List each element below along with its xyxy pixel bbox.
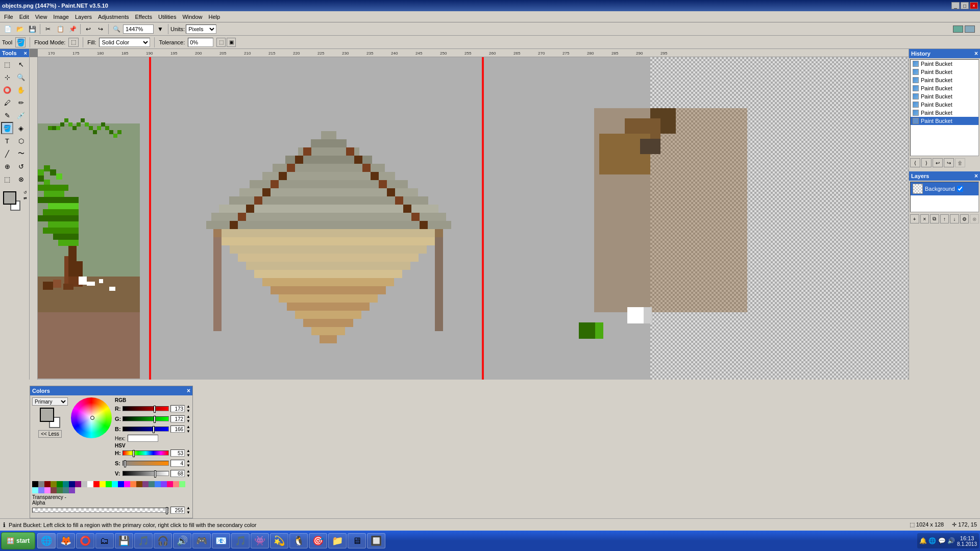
r-inc[interactable]: ▲: [186, 404, 190, 409]
layers-add-btn[interactable]: +: [910, 214, 919, 223]
taskbar-star[interactable]: 💫: [270, 533, 288, 548]
palette-color-18[interactable]: [142, 481, 149, 487]
v-inc[interactable]: ▲: [186, 469, 190, 473]
taskbar-square[interactable]: 🔲: [367, 533, 385, 548]
zoom-dropdown-btn[interactable]: ▼: [155, 23, 166, 35]
save-btn[interactable]: 💾: [27, 23, 38, 35]
cut-btn[interactable]: ✂: [42, 23, 54, 35]
alpha-slider[interactable]: [32, 508, 169, 513]
tool-eraser[interactable]: ✏: [15, 96, 27, 109]
tool-pan[interactable]: ✋: [15, 84, 27, 96]
s-dec[interactable]: ▼: [186, 463, 190, 468]
primary-select[interactable]: Primary Secondary: [32, 397, 68, 406]
palette-color-4[interactable]: [57, 481, 63, 487]
tool-paintbrush[interactable]: 🖊: [1, 96, 13, 109]
tool-lasso[interactable]: ⊹: [1, 71, 13, 83]
history-item-7[interactable]: Paint Bucket: [911, 117, 978, 125]
h-dec[interactable]: ▼: [186, 453, 190, 458]
tool-magic-wand[interactable]: ⭕: [1, 84, 13, 96]
tool-color-picker[interactable]: 💉: [15, 109, 27, 121]
history-btn-2[interactable]: ⟩: [921, 158, 932, 167]
taskbar-game1[interactable]: 🎮: [192, 533, 211, 548]
tool-shape[interactable]: ⬡: [15, 135, 27, 147]
pixel-art-canvas[interactable]: [38, 57, 909, 380]
alpha-inc[interactable]: ▲: [186, 506, 190, 510]
tool-extra2[interactable]: ⊗: [15, 173, 27, 185]
history-item-2[interactable]: Paint Bucket: [911, 76, 978, 84]
history-redo-btn[interactable]: ↪: [944, 158, 954, 167]
less-button[interactable]: << Less: [38, 430, 62, 438]
menu-utilities[interactable]: Utilities: [155, 13, 179, 21]
v-slider-track[interactable]: [122, 471, 169, 476]
s-inc[interactable]: ▲: [186, 459, 190, 463]
tool-line[interactable]: ╱: [1, 147, 13, 160]
layers-properties-btn[interactable]: ⚙: [960, 214, 969, 223]
menu-file[interactable]: File: [1, 13, 16, 21]
tool-extra1[interactable]: ⬚: [1, 173, 13, 185]
b-slider-track[interactable]: [122, 427, 169, 432]
menu-help[interactable]: Help: [206, 13, 224, 21]
g-slider-track[interactable]: [122, 416, 169, 421]
layer-visibility-checkbox[interactable]: [957, 186, 963, 192]
layers-up-btn[interactable]: ↑: [940, 214, 949, 223]
taskbar-email[interactable]: 📧: [212, 533, 230, 548]
taskbar-music1[interactable]: 🎵: [134, 533, 153, 548]
layers-down-btn[interactable]: ↓: [950, 214, 959, 223]
tools-close-icon[interactable]: ×: [24, 50, 27, 56]
palette-color-15[interactable]: [124, 481, 130, 487]
minimize-button[interactable]: _: [951, 2, 960, 9]
tool-text[interactable]: T: [1, 135, 13, 147]
layers-duplicate-btn[interactable]: ⧉: [930, 214, 939, 223]
taskbar-monitor[interactable]: 🖥: [348, 533, 366, 548]
r-dec[interactable]: ▼: [186, 409, 190, 413]
tool-zoom[interactable]: 🔍: [15, 71, 27, 83]
h-slider-track[interactable]: [122, 450, 169, 456]
history-undo-btn[interactable]: ↩: [933, 158, 943, 167]
tool-pencil[interactable]: ✎: [1, 109, 13, 121]
taskbar-penguin[interactable]: 🐧: [289, 533, 308, 548]
history-item-4[interactable]: Paint Bucket: [911, 92, 978, 101]
copy-btn[interactable]: 📋: [55, 23, 66, 35]
color-wheel-container[interactable]: [71, 397, 112, 438]
taskbar-opera[interactable]: ⭕: [76, 533, 94, 548]
palette-color-17[interactable]: [136, 481, 142, 487]
taskbar-speaker[interactable]: 🔊: [173, 533, 191, 548]
layers-list[interactable]: Background: [910, 182, 979, 212]
palette-color-9[interactable]: [87, 481, 93, 487]
g-inc[interactable]: ▲: [186, 414, 190, 419]
primary-color-display[interactable]: [40, 408, 54, 422]
history-item-0[interactable]: Paint Bucket: [911, 60, 978, 68]
palette-color-27[interactable]: [44, 487, 51, 493]
zoom-out-btn[interactable]: 🔍: [111, 23, 122, 35]
layers-delete-btn[interactable]: ×: [920, 214, 929, 223]
units-select[interactable]: Pixels: [186, 24, 216, 34]
history-btn-1[interactable]: ⟨: [910, 158, 920, 167]
history-close-icon[interactable]: ×: [974, 50, 978, 57]
tolerance-input[interactable]: [188, 38, 213, 47]
layers-close-btn[interactable]: ⊗: [970, 214, 979, 223]
tool-rectangle-select[interactable]: ⬚: [1, 58, 13, 70]
menu-image[interactable]: Image: [50, 13, 72, 21]
undo-btn[interactable]: ↩: [83, 23, 94, 35]
history-item-3[interactable]: Paint Bucket: [911, 84, 978, 92]
palette-color-26[interactable]: [38, 487, 44, 493]
redo-btn[interactable]: ↪: [95, 23, 106, 35]
palette-color-8[interactable]: [81, 481, 87, 487]
palette-color-28[interactable]: [51, 487, 57, 493]
b-inc[interactable]: ▲: [186, 424, 190, 429]
hex-input[interactable]: ADACA6: [128, 435, 158, 442]
new-btn[interactable]: 📄: [2, 23, 13, 35]
palette-color-3[interactable]: [51, 481, 57, 487]
taskbar-headset[interactable]: 🎧: [154, 533, 172, 548]
palette-color-30[interactable]: [63, 487, 69, 493]
g-dec[interactable]: ▼: [186, 419, 190, 423]
palette-color-22[interactable]: [167, 481, 173, 487]
menu-adjustments[interactable]: Adjustments: [95, 13, 132, 21]
palette-color-11[interactable]: [100, 481, 106, 487]
fill-select[interactable]: Solid Color: [99, 38, 150, 47]
palette-color-29[interactable]: [57, 487, 63, 493]
layer-item-background[interactable]: Background: [911, 182, 978, 195]
history-clear-btn[interactable]: 🗑: [955, 158, 965, 167]
tool-paint-bucket[interactable]: 🪣: [1, 122, 13, 134]
canvas-container[interactable]: [38, 57, 909, 380]
